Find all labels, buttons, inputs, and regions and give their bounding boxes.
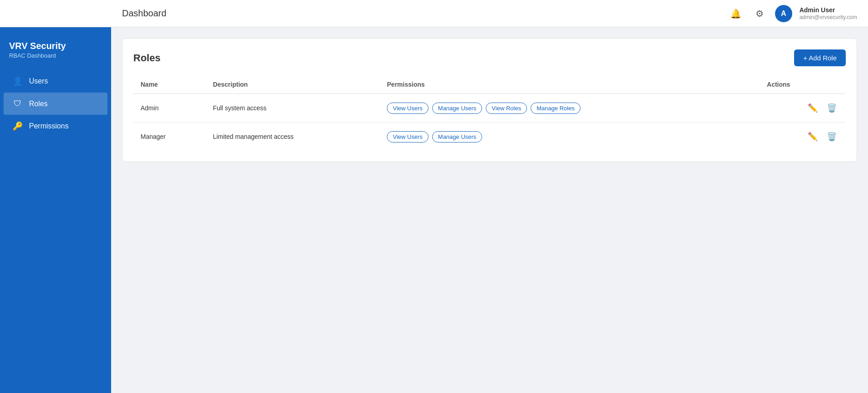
role-name: Manager (133, 123, 205, 151)
page-title: Dashboard (122, 8, 166, 19)
role-description: Full system access (205, 94, 380, 123)
col-header-permissions: Permissions (380, 75, 760, 94)
user-info: Admin User admin@vrvsecurity.com (800, 6, 857, 21)
col-header-actions: Actions (760, 75, 846, 94)
delete-role-button[interactable]: 🗑️ (825, 101, 839, 115)
roles-card: Roles + Add Role Name Description Permis… (122, 38, 857, 162)
brand-name: VRV Security (9, 41, 102, 51)
main-content: Roles + Add Role Name Description Permis… (111, 27, 868, 393)
table-row: ManagerLimited management accessView Use… (133, 123, 846, 151)
role-actions: ✏️🗑️ (760, 94, 846, 123)
roles-table-body: AdminFull system accessView UsersManage … (133, 94, 846, 151)
col-header-name: Name (133, 75, 205, 94)
sidebar-item-users[interactable]: 👤 Users (4, 70, 107, 93)
table-row: AdminFull system accessView UsersManage … (133, 94, 846, 123)
col-header-description: Description (205, 75, 380, 94)
sidebar-item-permissions[interactable]: 🔑 Permissions (4, 115, 107, 138)
permission-badge: Manage Users (432, 131, 483, 142)
sidebar-item-roles[interactable]: 🛡 Roles (4, 93, 107, 115)
role-actions: ✏️🗑️ (760, 123, 846, 151)
sidebar-item-label-permissions: Permissions (29, 122, 68, 130)
avatar[interactable]: A (775, 5, 792, 22)
sidebar: VRV Security RBAC Dashboard 👤 Users 🛡 Ro… (0, 27, 111, 393)
sidebar-brand: VRV Security RBAC Dashboard (0, 36, 111, 70)
user-name: Admin User (800, 6, 857, 14)
brand-subtitle: RBAC Dashboard (9, 52, 102, 59)
header-right: 🔔 ⚙ A Admin User admin@vrvsecurity.com (728, 5, 857, 22)
notification-icon: 🔔 (730, 8, 741, 19)
permission-badge: View Users (387, 131, 429, 142)
edit-role-button[interactable]: ✏️ (806, 101, 819, 115)
delete-role-button[interactable]: 🗑️ (825, 130, 839, 143)
permissions-icon: 🔑 (13, 121, 23, 131)
settings-icon: ⚙ (756, 8, 764, 19)
notification-button[interactable]: 🔔 (728, 5, 744, 22)
sidebar-item-label-users: Users (29, 77, 48, 85)
role-permissions: View UsersManage UsersView RolesManage R… (380, 94, 760, 123)
top-header: Dashboard 🔔 ⚙ A Admin User admin@vrvsecu… (0, 0, 868, 27)
table-header: Name Description Permissions Actions (133, 75, 846, 94)
sidebar-nav: 👤 Users 🛡 Roles 🔑 Permissions (0, 70, 111, 138)
sidebar-item-label-roles: Roles (29, 100, 48, 108)
roles-icon: 🛡 (13, 99, 23, 108)
add-role-button[interactable]: + Add Role (794, 49, 846, 66)
edit-role-button[interactable]: ✏️ (806, 130, 819, 143)
users-icon: 👤 (13, 76, 23, 86)
user-email: admin@vrvsecurity.com (800, 14, 857, 21)
settings-button[interactable]: ⚙ (751, 5, 768, 22)
permission-badge: View Users (387, 103, 429, 114)
role-name: Admin (133, 94, 205, 123)
roles-card-header: Roles + Add Role (133, 49, 846, 66)
permission-badge: View Roles (486, 103, 527, 114)
permission-badge: Manage Users (432, 103, 483, 114)
role-description: Limited management access (205, 123, 380, 151)
permission-badge: Manage Roles (531, 103, 580, 114)
roles-table: Name Description Permissions Actions Adm… (133, 75, 846, 151)
roles-card-title: Roles (133, 52, 161, 64)
layout: VRV Security RBAC Dashboard 👤 Users 🛡 Ro… (0, 27, 868, 393)
role-permissions: View UsersManage Users (380, 123, 760, 151)
